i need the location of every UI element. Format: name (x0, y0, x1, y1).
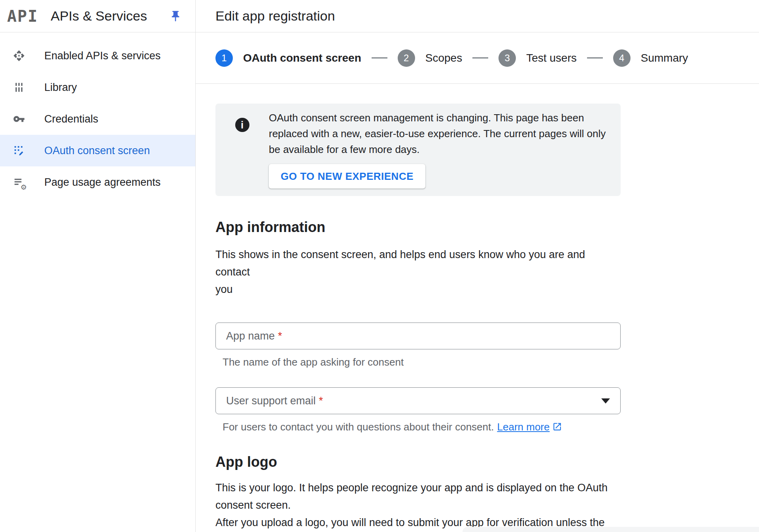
bottom-sheet-edge (463, 527, 759, 532)
sidebar-item-label: Library (44, 81, 77, 94)
page-header: Edit app registration (196, 0, 759, 32)
sidebar-item-label: Credentials (44, 113, 98, 125)
step-oauth-consent-screen[interactable]: 1 OAuth consent screen (215, 49, 361, 67)
step-scopes[interactable]: 2 Scopes (398, 49, 462, 67)
agreements-gear-icon: ⚙ (13, 176, 25, 189)
api-icon (13, 49, 25, 62)
external-link-icon[interactable] (552, 421, 562, 431)
sidebar-item-label: Page usage agreements (44, 176, 160, 189)
step-test-users[interactable]: 3 Test users (498, 49, 577, 67)
app-name-input[interactable]: App name * (215, 323, 621, 349)
pin-icon[interactable] (169, 10, 182, 23)
registration-stepper: 1 OAuth consent screen 2 Scopes 3 Test u… (196, 32, 759, 84)
required-asterisk: * (278, 330, 282, 342)
chevron-down-icon[interactable] (601, 398, 610, 404)
app-information-description: This shows in the consent screen, and he… (215, 246, 621, 298)
sidebar-item-label: OAuth consent screen (44, 145, 150, 157)
app-logo-description: This is your logo. It helps people recog… (215, 479, 621, 532)
key-icon (13, 113, 25, 125)
main-panel: 1 OAuth consent screen 2 Scopes 3 Test u… (196, 32, 759, 532)
step-connector (587, 57, 603, 58)
go-to-new-experience-button[interactable]: GO TO NEW EXPERIENCE (269, 164, 425, 189)
sidebar-item-page-usage-agreements[interactable]: ⚙ Page usage agreements (0, 166, 195, 198)
gear-icon: ⚙ (21, 184, 27, 191)
consent-screen-icon (13, 144, 25, 157)
learn-more-link[interactable]: Learn more (497, 421, 550, 433)
page-title: Edit app registration (215, 8, 335, 24)
sidebar-nav: Enabled APIs & services Library Credenti… (0, 32, 196, 532)
step-connector (372, 57, 387, 58)
app-information-heading: App information (215, 219, 621, 236)
step-number-badge: 2 (398, 49, 415, 67)
required-asterisk: * (319, 395, 323, 407)
deprecation-banner: i OAuth consent screen management is cha… (215, 104, 621, 196)
app-logo-heading: App logo (215, 454, 621, 470)
api-logo: API (7, 7, 38, 25)
step-summary[interactable]: 4 Summary (613, 49, 688, 67)
sidebar-item-enabled-apis-services[interactable]: Enabled APIs & services (0, 40, 195, 72)
product-title: APIs & Services (51, 8, 147, 24)
sidebar-item-credentials[interactable]: Credentials (0, 103, 195, 135)
top-bar-product-section: API APIs & Services (0, 0, 196, 32)
apis-services-console: API APIs & Services Edit app registratio… (0, 0, 759, 532)
sidebar-item-label: Enabled APIs & services (44, 50, 160, 62)
step-connector (472, 57, 488, 58)
step-number-badge: 4 (613, 49, 631, 67)
top-bar: API APIs & Services Edit app registratio… (0, 0, 759, 32)
app-name-helper: The name of the app asking for consent (223, 355, 621, 369)
user-support-email-select[interactable]: User support email * (215, 387, 621, 414)
sidebar-item-library[interactable]: Library (0, 72, 195, 103)
user-support-email-helper: For users to contact you with questions … (223, 420, 621, 434)
step-number-badge: 3 (498, 49, 516, 67)
banner-message: OAuth consent screen management is chang… (269, 110, 613, 157)
step-number-badge: 1 (215, 49, 233, 67)
info-icon: i (235, 118, 249, 132)
library-icon (13, 81, 25, 94)
form-content: i OAuth consent screen management is cha… (196, 84, 621, 532)
sidebar-item-oauth-consent-screen[interactable]: OAuth consent screen (0, 135, 195, 166)
